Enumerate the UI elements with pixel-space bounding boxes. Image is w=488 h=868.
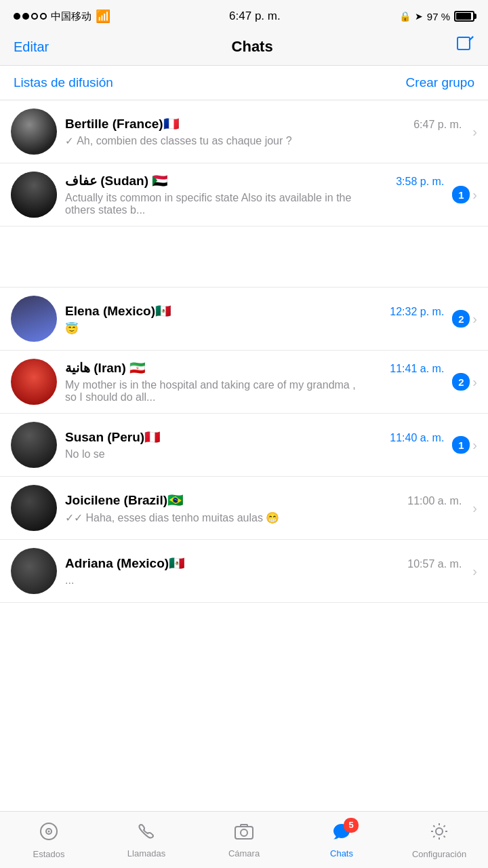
chat-meta: 2: [452, 373, 470, 391]
chat-name: Bertille (France)🇫🇷: [65, 116, 180, 132]
tab-estados-label: Estados: [33, 849, 65, 859]
chat-content: Adriana (Mexico)🇲🇽 10:57 a. m. ...: [57, 555, 470, 587]
chat-preview: 😇: [65, 322, 363, 335]
chat-time: 11:40 a. m.: [390, 432, 444, 444]
edit-button[interactable]: Editar: [14, 39, 49, 55]
battery-icon: [454, 11, 474, 22]
tab-camara-label: Cámara: [228, 848, 260, 859]
chat-preview: ...: [65, 574, 363, 587]
tab-configuracion[interactable]: Configuración: [390, 821, 488, 859]
chat-preview: My mother is in the hospital and taking …: [65, 379, 363, 403]
chat-top: Bertille (France)🇫🇷 6:47 p. m.: [65, 116, 462, 132]
chevron-right-icon: ›: [472, 124, 477, 140]
dot1: [14, 13, 20, 20]
avatar: [11, 422, 57, 468]
chat-content: Bertille (France)🇫🇷 6:47 p. m. ✓ Ah, com…: [57, 116, 470, 147]
svg-line-2: [472, 37, 473, 38]
tab-chats-label: Chats: [330, 848, 353, 859]
signal-dots: [14, 13, 47, 20]
chevron-right-icon: ›: [472, 437, 477, 453]
lock-icon: 🔒: [399, 11, 411, 22]
list-item[interactable]: Bertille (France)🇫🇷 6:47 p. m. ✓ Ah, com…: [0, 100, 488, 163]
chat-name: Elena (Mexico)🇲🇽: [65, 303, 171, 319]
tab-estados[interactable]: Estados: [0, 821, 98, 859]
status-bar: 中国移动 📶 6:47 p. m. 🔒 ➤ 97 %: [0, 0, 488, 30]
chat-time: 3:58 p. m.: [396, 176, 444, 188]
chat-preview: ✓ Ah, combien des classes tu as chaque j…: [65, 135, 363, 147]
chat-top: Elena (Mexico)🇲🇽 12:32 p. m.: [65, 303, 444, 319]
list-item[interactable]: Adriana (Mexico)🇲🇽 10:57 a. m. ... ›: [0, 540, 488, 603]
tab-camara[interactable]: Cámara: [195, 822, 293, 859]
chat-content: Joicilene (Brazil)🇧🇷 11:00 a. m. ✓✓ Haha…: [57, 492, 470, 524]
chat-top: Joicilene (Brazil)🇧🇷 11:00 a. m.: [65, 492, 462, 508]
list-item[interactable]: هانیة (Iran) 🇮🇷 11:41 a. m. My mother is…: [0, 351, 488, 414]
location-icon: ➤: [415, 11, 423, 22]
avatar: [11, 172, 57, 218]
chats-icon: 5: [331, 822, 352, 846]
broadcast-lists-button[interactable]: Listas de difusión: [14, 75, 113, 90]
chat-name: عفاف (Sudan) 🇸🇩: [65, 173, 168, 189]
wifi-icon: 📶: [96, 9, 110, 24]
tab-chats[interactable]: 5 Chats: [293, 822, 390, 859]
list-item[interactable]: Joicilene (Brazil)🇧🇷 11:00 a. m. ✓✓ Haha…: [0, 477, 488, 540]
llamadas-icon: [137, 822, 156, 846]
estados-icon: [39, 821, 59, 846]
page-title: Chats: [232, 38, 273, 56]
chat-name: هانیة (Iran) 🇮🇷: [65, 360, 146, 376]
chat-top: هانیة (Iran) 🇮🇷 11:41 a. m.: [65, 360, 444, 376]
list-item[interactable]: Elena (Mexico)🇲🇽 12:32 p. m. 😇 2 ›: [0, 288, 488, 351]
chat-preview: Actually its common in specific state Al…: [65, 192, 363, 216]
chevron-right-icon: ›: [472, 311, 477, 327]
dot2: [22, 13, 29, 20]
chats-badge: 5: [344, 818, 359, 833]
chat-time: 11:41 a. m.: [390, 363, 444, 375]
chevron-right-icon: ›: [472, 374, 477, 390]
chat-content: Mouldini (Tunisia)🇹🇳 2:17 p. m. Hhhhhh: [477, 241, 488, 273]
chat-time: 11:00 a. m.: [407, 495, 462, 507]
new-group-button[interactable]: Crear grupo: [406, 75, 474, 90]
compose-button[interactable]: [455, 35, 474, 58]
avatar: [11, 485, 57, 531]
tab-configuracion-label: Configuración: [412, 849, 466, 859]
status-time: 6:47 p. m.: [229, 9, 281, 23]
chat-time: 10:57 a. m.: [407, 558, 462, 570]
camara-icon: [234, 822, 254, 846]
chat-time: 6:47 p. m.: [413, 119, 462, 131]
chevron-right-icon: ›: [472, 187, 477, 203]
svg-rect-6: [235, 827, 253, 839]
tab-llamadas-label: Llamadas: [127, 848, 165, 859]
svg-rect-0: [458, 37, 470, 50]
tab-bar: Estados Llamadas Cámara 5 Chats: [0, 811, 488, 868]
chat-preview: ✓✓ Haha, esses dias tenho muitas aulas 😁: [65, 511, 363, 524]
list-item[interactable]: Mouldini (Tunisia)🇹🇳 2:17 p. m. Hhhhhh 2…: [0, 226, 488, 288]
chevron-right-icon: ›: [472, 500, 477, 516]
unread-badge: 1: [452, 186, 470, 203]
unread-badge: 1: [452, 436, 470, 454]
avatar: [11, 296, 57, 342]
chat-time: 12:32 p. m.: [390, 306, 444, 318]
carrier-label: 中国移动: [51, 10, 92, 23]
chat-list: Bertille (France)🇫🇷 6:47 p. m. ✓ Ah, com…: [0, 100, 488, 603]
chat-meta: 2: [452, 310, 470, 328]
chat-name: Susan (Peru)🇵🇪: [65, 429, 161, 445]
chat-content: هانیة (Iran) 🇮🇷 11:41 a. m. My mother is…: [57, 360, 452, 403]
unread-badge: 2: [452, 310, 470, 328]
chat-top: Adriana (Mexico)🇲🇽 10:57 a. m.: [65, 555, 462, 571]
tab-llamadas[interactable]: Llamadas: [98, 822, 195, 859]
dot3: [31, 13, 38, 20]
avatar: [11, 108, 57, 155]
chevron-right-icon: ›: [472, 564, 477, 579]
chat-meta: 1: [452, 436, 470, 454]
sub-header: Listas de difusión Crear grupo: [0, 66, 488, 100]
chat-top: عفاف (Sudan) 🇸🇩 3:58 p. m.: [65, 173, 444, 189]
svg-point-8: [436, 828, 443, 835]
svg-point-7: [241, 829, 247, 836]
list-item[interactable]: Susan (Peru)🇵🇪 11:40 a. m. No lo se 1 ›: [0, 414, 488, 477]
status-right: 🔒 ➤ 97 %: [399, 11, 474, 22]
battery-percent: 97 %: [427, 11, 450, 22]
avatar: [11, 359, 57, 405]
chat-content: عفاف (Sudan) 🇸🇩 3:58 p. m. Actually its …: [57, 173, 452, 216]
list-item[interactable]: عفاف (Sudan) 🇸🇩 3:58 p. m. Actually its …: [0, 163, 488, 226]
chat-preview: No lo se: [65, 448, 363, 460]
header: Editar Chats: [0, 30, 488, 66]
